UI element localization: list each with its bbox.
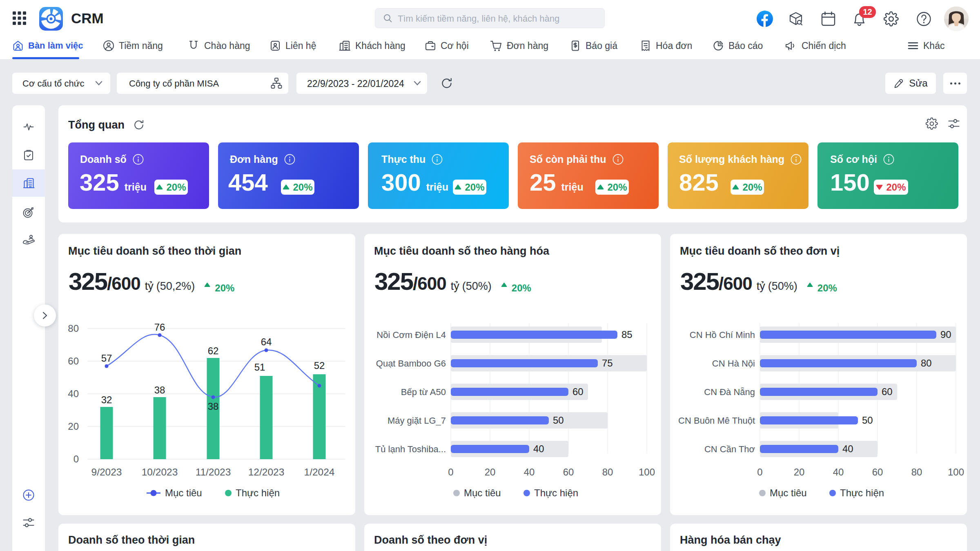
svg-text:Thực hiện: Thực hiện xyxy=(236,487,280,498)
svg-text:20: 20 xyxy=(68,421,79,432)
svg-text:CN Cần Thơ: CN Cần Thơ xyxy=(704,444,755,454)
svg-text:20: 20 xyxy=(485,467,496,478)
svg-text:40: 40 xyxy=(68,388,79,399)
svg-text:52: 52 xyxy=(314,360,325,371)
svg-text:80: 80 xyxy=(921,358,932,369)
svg-text:75: 75 xyxy=(602,358,613,369)
svg-text:64: 64 xyxy=(261,336,272,347)
svg-text:60: 60 xyxy=(882,386,893,397)
svg-text:100: 100 xyxy=(948,467,964,478)
svg-text:Quạt Bamboo G6: Quạt Bamboo G6 xyxy=(376,358,446,369)
svg-text:50: 50 xyxy=(553,415,564,426)
svg-text:20: 20 xyxy=(794,467,805,478)
svg-text:32: 32 xyxy=(101,394,112,405)
svg-text:Mục tiêu: Mục tiêu xyxy=(165,487,202,498)
svg-text:100: 100 xyxy=(639,467,655,478)
svg-text:Bếp từ A50: Bếp từ A50 xyxy=(401,387,446,397)
svg-text:60: 60 xyxy=(572,386,584,397)
svg-text:0: 0 xyxy=(74,453,79,464)
svg-text:1/2024: 1/2024 xyxy=(304,467,335,478)
svg-text:Máy giặt LG_7: Máy giặt LG_7 xyxy=(388,415,446,426)
svg-text:80: 80 xyxy=(911,467,922,478)
svg-text:51: 51 xyxy=(254,362,265,373)
svg-text:60: 60 xyxy=(563,467,574,478)
svg-text:Thực hiện: Thực hiện xyxy=(840,487,884,498)
svg-text:60: 60 xyxy=(68,355,79,367)
svg-text:CN Buôn Mê Thuột: CN Buôn Mê Thuột xyxy=(678,415,755,426)
svg-text:CN Hồ Chí Minh: CN Hồ Chí Minh xyxy=(690,330,755,340)
svg-text:40: 40 xyxy=(842,443,853,454)
svg-text:10/2023: 10/2023 xyxy=(142,467,178,478)
svg-text:0: 0 xyxy=(448,467,453,478)
svg-text:12/2023: 12/2023 xyxy=(248,467,285,478)
svg-text:40: 40 xyxy=(533,443,544,454)
svg-text:CN Hà Nội: CN Hà Nội xyxy=(712,358,755,369)
svg-text:0: 0 xyxy=(757,467,762,478)
svg-text:80: 80 xyxy=(602,467,613,478)
svg-text:Mục tiêu: Mục tiêu xyxy=(464,487,501,498)
svg-text:38: 38 xyxy=(154,384,165,395)
svg-text:9/2023: 9/2023 xyxy=(91,467,122,478)
svg-text:Tủ lạnh Toshiba...: Tủ lạnh Toshiba... xyxy=(375,444,446,454)
svg-text:60: 60 xyxy=(872,467,883,478)
svg-text:85: 85 xyxy=(621,329,633,340)
svg-text:40: 40 xyxy=(524,467,535,478)
svg-text:38: 38 xyxy=(208,401,219,412)
svg-text:57: 57 xyxy=(101,353,112,364)
svg-text:Mục tiêu: Mục tiêu xyxy=(770,487,807,498)
svg-text:50: 50 xyxy=(862,415,873,426)
svg-text:80: 80 xyxy=(68,323,79,334)
svg-text:Thực hiện: Thực hiện xyxy=(534,487,578,498)
svg-text:CN Đà Nẵng: CN Đà Nẵng xyxy=(704,387,755,397)
svg-text:90: 90 xyxy=(940,329,951,340)
svg-text:Nồi Cơm Điện L4: Nồi Cơm Điện L4 xyxy=(376,330,446,340)
svg-text:40: 40 xyxy=(833,467,844,478)
svg-text:76: 76 xyxy=(154,322,165,333)
svg-text:11/2023: 11/2023 xyxy=(196,467,231,478)
svg-text:62: 62 xyxy=(208,345,219,356)
